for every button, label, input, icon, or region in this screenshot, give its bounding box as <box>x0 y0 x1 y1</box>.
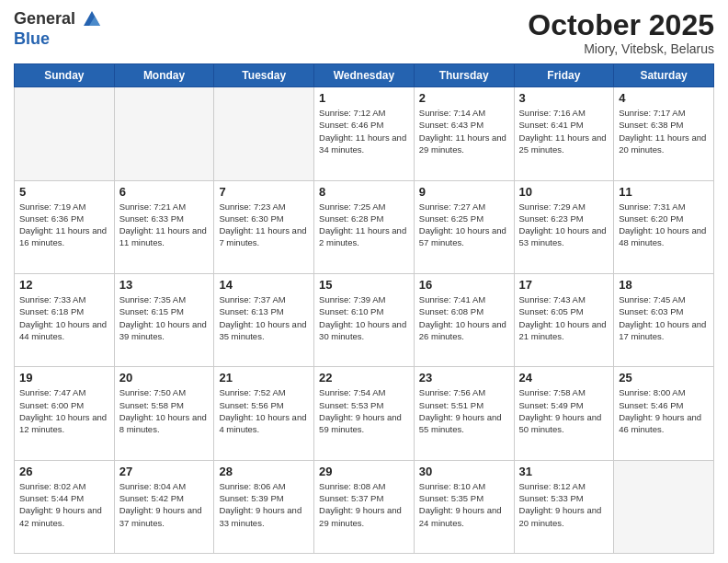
day-number: 15 <box>319 278 409 292</box>
day-detail: Sunrise: 7:54 AMSunset: 5:53 PMDaylight:… <box>319 386 409 435</box>
calendar-cell: 15Sunrise: 7:39 AMSunset: 6:10 PMDayligh… <box>314 273 415 366</box>
day-detail: Sunrise: 7:43 AMSunset: 6:05 PMDaylight:… <box>519 293 609 342</box>
title-block: October 2025 Miory, Vitebsk, Belarus <box>528 9 714 56</box>
day-number: 24 <box>519 371 609 385</box>
calendar-cell: 9Sunrise: 7:27 AMSunset: 6:25 PMDaylight… <box>414 180 514 273</box>
calendar-cell: 10Sunrise: 7:29 AMSunset: 6:23 PMDayligh… <box>514 180 614 273</box>
calendar-cell: 11Sunrise: 7:31 AMSunset: 6:20 PMDayligh… <box>614 180 714 273</box>
day-detail: Sunrise: 7:19 AMSunset: 6:36 PMDaylight:… <box>19 201 109 249</box>
day-detail: Sunrise: 7:23 AMSunset: 6:30 PMDaylight:… <box>219 201 309 249</box>
calendar-cell: 27Sunrise: 8:04 AMSunset: 5:42 PMDayligh… <box>114 460 214 553</box>
calendar-cell: 17Sunrise: 7:43 AMSunset: 6:05 PMDayligh… <box>514 273 614 366</box>
calendar-cell: 21Sunrise: 7:52 AMSunset: 5:56 PMDayligh… <box>214 367 314 460</box>
day-number: 26 <box>19 465 109 478</box>
day-number: 30 <box>419 465 509 478</box>
logo: General Blue <box>14 9 102 50</box>
calendar-cell: 22Sunrise: 7:54 AMSunset: 5:53 PMDayligh… <box>314 367 415 460</box>
calendar-cell: 26Sunrise: 8:02 AMSunset: 5:44 PMDayligh… <box>15 460 115 553</box>
logo-text: General <box>14 9 102 29</box>
day-detail: Sunrise: 7:29 AMSunset: 6:23 PMDaylight:… <box>519 201 609 249</box>
day-number: 21 <box>219 371 309 385</box>
calendar-table: SundayMondayTuesdayWednesdayThursdayFrid… <box>14 63 714 554</box>
calendar-cell: 2Sunrise: 7:14 AMSunset: 6:43 PMDaylight… <box>414 87 514 180</box>
calendar-week-row: 5Sunrise: 7:19 AMSunset: 6:36 PMDaylight… <box>15 180 714 273</box>
day-detail: Sunrise: 7:16 AMSunset: 6:41 PMDaylight:… <box>519 107 609 155</box>
day-detail: Sunrise: 8:06 AMSunset: 5:39 PMDaylight:… <box>219 480 309 529</box>
day-number: 23 <box>419 371 509 385</box>
logo-icon <box>82 9 102 29</box>
day-detail: Sunrise: 7:31 AMSunset: 6:20 PMDaylight:… <box>619 201 709 249</box>
day-detail: Sunrise: 7:47 AMSunset: 6:00 PMDaylight:… <box>19 386 109 435</box>
day-number: 12 <box>19 278 109 292</box>
day-number: 22 <box>319 371 409 385</box>
day-number: 1 <box>319 91 409 105</box>
calendar-cell: 30Sunrise: 8:10 AMSunset: 5:35 PMDayligh… <box>414 460 514 553</box>
calendar-cell: 23Sunrise: 7:56 AMSunset: 5:51 PMDayligh… <box>414 367 514 460</box>
weekday-header-row: SundayMondayTuesdayWednesdayThursdayFrid… <box>15 64 714 87</box>
calendar-cell: 31Sunrise: 8:12 AMSunset: 5:33 PMDayligh… <box>514 460 614 553</box>
day-detail: Sunrise: 7:37 AMSunset: 6:13 PMDaylight:… <box>219 293 309 342</box>
day-number: 7 <box>219 185 309 199</box>
day-detail: Sunrise: 8:00 AMSunset: 5:46 PMDaylight:… <box>619 386 709 435</box>
calendar-cell: 13Sunrise: 7:35 AMSunset: 6:15 PMDayligh… <box>114 273 214 366</box>
day-number: 27 <box>119 465 210 478</box>
month-title: October 2025 <box>528 9 714 41</box>
day-detail: Sunrise: 7:21 AMSunset: 6:33 PMDaylight:… <box>119 201 210 249</box>
calendar-cell: 18Sunrise: 7:45 AMSunset: 6:03 PMDayligh… <box>614 273 714 366</box>
calendar-cell: 28Sunrise: 8:06 AMSunset: 5:39 PMDayligh… <box>214 460 314 553</box>
calendar-week-row: 19Sunrise: 7:47 AMSunset: 6:00 PMDayligh… <box>15 367 714 460</box>
day-detail: Sunrise: 7:35 AMSunset: 6:15 PMDaylight:… <box>119 293 210 342</box>
day-number: 25 <box>619 371 709 385</box>
calendar-cell: 6Sunrise: 7:21 AMSunset: 6:33 PMDaylight… <box>114 180 214 273</box>
day-detail: Sunrise: 8:04 AMSunset: 5:42 PMDaylight:… <box>119 480 210 529</box>
weekday-header: Tuesday <box>214 64 314 87</box>
weekday-header: Thursday <box>414 64 514 87</box>
calendar-cell: 19Sunrise: 7:47 AMSunset: 6:00 PMDayligh… <box>15 367 115 460</box>
logo-blue: Blue <box>14 29 102 50</box>
day-number: 5 <box>19 185 109 199</box>
header: General Blue October 2025 Miory, Vitebsk… <box>14 9 714 56</box>
calendar-cell: 1Sunrise: 7:12 AMSunset: 6:46 PMDaylight… <box>314 87 415 180</box>
day-number: 31 <box>519 465 609 478</box>
day-detail: Sunrise: 7:45 AMSunset: 6:03 PMDaylight:… <box>619 293 709 342</box>
day-number: 9 <box>419 185 509 199</box>
calendar-cell: 5Sunrise: 7:19 AMSunset: 6:36 PMDaylight… <box>15 180 115 273</box>
weekday-header: Sunday <box>15 64 115 87</box>
day-detail: Sunrise: 7:52 AMSunset: 5:56 PMDaylight:… <box>219 386 309 435</box>
calendar-cell: 7Sunrise: 7:23 AMSunset: 6:30 PMDaylight… <box>214 180 314 273</box>
day-detail: Sunrise: 7:14 AMSunset: 6:43 PMDaylight:… <box>419 107 509 155</box>
day-detail: Sunrise: 7:27 AMSunset: 6:25 PMDaylight:… <box>419 201 509 249</box>
day-number: 8 <box>319 185 409 199</box>
day-number: 10 <box>519 185 609 199</box>
weekday-header: Wednesday <box>314 64 415 87</box>
day-detail: Sunrise: 7:12 AMSunset: 6:46 PMDaylight:… <box>319 107 409 155</box>
day-detail: Sunrise: 7:39 AMSunset: 6:10 PMDaylight:… <box>319 293 409 342</box>
day-number: 28 <box>219 465 309 478</box>
calendar-cell <box>214 87 314 180</box>
calendar-cell <box>15 87 115 180</box>
weekday-header: Saturday <box>614 64 714 87</box>
day-detail: Sunrise: 7:41 AMSunset: 6:08 PMDaylight:… <box>419 293 509 342</box>
day-number: 29 <box>319 465 409 478</box>
calendar-cell: 29Sunrise: 8:08 AMSunset: 5:37 PMDayligh… <box>314 460 415 553</box>
day-detail: Sunrise: 7:33 AMSunset: 6:18 PMDaylight:… <box>19 293 109 342</box>
day-number: 16 <box>419 278 509 292</box>
calendar-cell <box>114 87 214 180</box>
calendar-cell: 8Sunrise: 7:25 AMSunset: 6:28 PMDaylight… <box>314 180 415 273</box>
day-detail: Sunrise: 7:50 AMSunset: 5:58 PMDaylight:… <box>119 386 210 435</box>
day-number: 11 <box>619 185 709 199</box>
weekday-header: Friday <box>514 64 614 87</box>
day-number: 17 <box>519 278 609 292</box>
calendar-cell <box>614 460 714 553</box>
day-detail: Sunrise: 7:25 AMSunset: 6:28 PMDaylight:… <box>319 201 409 249</box>
weekday-header: Monday <box>114 64 214 87</box>
day-number: 2 <box>419 91 509 105</box>
calendar-cell: 12Sunrise: 7:33 AMSunset: 6:18 PMDayligh… <box>15 273 115 366</box>
day-number: 4 <box>619 91 709 105</box>
day-number: 18 <box>619 278 709 292</box>
day-detail: Sunrise: 8:08 AMSunset: 5:37 PMDaylight:… <box>319 480 409 529</box>
calendar-week-row: 12Sunrise: 7:33 AMSunset: 6:18 PMDayligh… <box>15 273 714 366</box>
location: Miory, Vitebsk, Belarus <box>528 41 714 56</box>
day-number: 13 <box>119 278 210 292</box>
calendar-cell: 16Sunrise: 7:41 AMSunset: 6:08 PMDayligh… <box>414 273 514 366</box>
